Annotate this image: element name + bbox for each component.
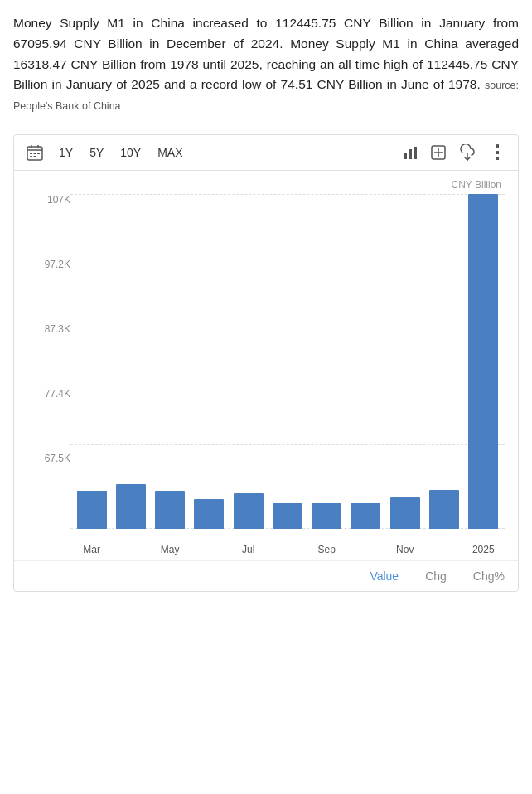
bar-group-7 <box>348 503 384 529</box>
y-axis: 107K 97.2K 87.3K 77.4K 67.5K X <box>27 194 70 559</box>
more-icon[interactable]: ⋮ <box>488 143 506 162</box>
svg-rect-11 <box>414 147 417 159</box>
x-label-10: 2025 <box>466 544 501 559</box>
period-5y[interactable]: 5Y <box>86 144 107 161</box>
svg-rect-10 <box>409 149 412 159</box>
bar-group-8 <box>387 497 423 529</box>
chart-toolbar: 1Y 5Y 10Y MAX <box>14 135 518 171</box>
x-label-6: Sep <box>309 544 345 559</box>
bar-chart-icon[interactable] <box>402 144 418 161</box>
period-max[interactable]: MAX <box>154 144 186 161</box>
x-label-9 <box>426 555 462 559</box>
calendar-icon[interactable] <box>26 143 44 162</box>
svg-rect-6 <box>37 153 40 154</box>
period-10y[interactable]: 10Y <box>117 144 144 161</box>
bar-10[interactable] <box>468 194 498 529</box>
bar-group-5 <box>269 503 305 529</box>
footer-tab-chg[interactable]: Chg <box>425 569 447 583</box>
svg-rect-8 <box>34 156 36 157</box>
x-label-1 <box>113 555 148 559</box>
x-label-5 <box>269 555 305 559</box>
bar-9[interactable] <box>429 490 459 529</box>
x-label-2: May <box>152 544 188 559</box>
y-tick-2: 97.2K <box>45 259 70 270</box>
svg-rect-5 <box>34 153 36 154</box>
chart-inner: 107K 97.2K 87.3K 77.4K 67.5K X MarMayJ <box>27 194 505 559</box>
x-axis: MarMayJulSepNov2025 <box>70 529 505 559</box>
download-cloud-icon[interactable] <box>458 144 476 161</box>
bar-6[interactable] <box>312 503 341 529</box>
period-1y[interactable]: 1Y <box>56 144 76 161</box>
bar-3[interactable] <box>194 499 224 529</box>
toolbar-actions: ⋮ <box>402 143 506 162</box>
period-selector: 1Y 5Y 10Y MAX <box>56 144 390 161</box>
bar-group-4 <box>230 493 266 529</box>
chart-container: 1Y 5Y 10Y MAX <box>13 134 519 592</box>
bar-8[interactable] <box>390 497 420 529</box>
bars-and-grid: MarMayJulSepNov2025 <box>70 194 505 559</box>
bar-group-10 <box>466 194 501 529</box>
bar-0[interactable] <box>77 491 107 529</box>
y-axis-unit: CNY Billion <box>27 179 505 191</box>
svg-rect-7 <box>30 156 32 157</box>
x-label-7 <box>348 555 384 559</box>
x-label-0: Mar <box>74 544 109 559</box>
bar-7[interactable] <box>351 503 380 529</box>
x-label-4: Jul <box>230 544 266 559</box>
bar-5[interactable] <box>273 503 302 529</box>
bar-group-9 <box>426 490 462 529</box>
y-tick-4: 77.4K <box>45 388 70 399</box>
footer-tab-chgpct[interactable]: Chg% <box>473 569 505 583</box>
bar-4[interactable] <box>234 493 264 529</box>
description-text: Money Supply M1 in China increased to 11… <box>13 13 519 116</box>
footer-tab-value[interactable]: Value <box>370 569 399 583</box>
bar-2[interactable] <box>155 491 185 529</box>
bars-row <box>70 194 505 529</box>
y-tick-1: 107K <box>47 194 70 206</box>
svg-rect-4 <box>30 153 32 154</box>
bar-group-1 <box>113 484 148 529</box>
x-label-3 <box>191 555 227 559</box>
y-tick-3: 87.3K <box>45 323 70 335</box>
bar-group-2 <box>152 491 188 529</box>
y-tick-5: 67.5K <box>45 453 70 464</box>
bar-1[interactable] <box>116 484 146 529</box>
chart-area: CNY Billion 107K 97.2K 87.3K 77.4K 67.5K… <box>14 171 518 559</box>
svg-rect-9 <box>404 153 407 159</box>
bar-group-0 <box>74 491 109 529</box>
chart-footer: Value Chg Chg% <box>14 560 518 591</box>
bar-group-6 <box>309 503 345 529</box>
x-label-8: Nov <box>387 544 423 559</box>
plus-icon[interactable] <box>430 144 447 161</box>
bar-group-3 <box>191 499 227 529</box>
